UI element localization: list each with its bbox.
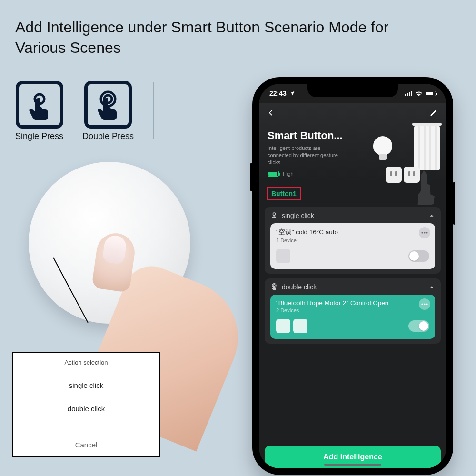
scene-toggle[interactable]	[408, 250, 429, 262]
scene-card-title: "空调" cold 16°C auto	[276, 228, 429, 237]
device-thumbnail	[293, 319, 307, 333]
press-icons-row: Single Press Double Press	[15, 81, 154, 141]
marketing-title: Add Intelligence under Smart Button Scen…	[15, 17, 425, 58]
scene-card-curtain[interactable]: "Bluetooth Rope Motor 2" Control:Open 2 …	[270, 295, 435, 339]
device-thumbnail	[276, 249, 290, 263]
single-press-block: Single Press	[15, 81, 63, 141]
scene-card-ac[interactable]: "空调" cold 16°C auto 1 Device	[270, 223, 435, 269]
scene-card-subtitle: 1 Device	[276, 238, 429, 243]
device-thumbnail	[276, 319, 290, 333]
location-icon	[289, 90, 295, 96]
more-icon	[421, 232, 428, 234]
phone-screen: 22:43 Smart Button... Intell	[259, 84, 446, 468]
wifi-icon	[415, 90, 423, 96]
back-button[interactable]	[268, 109, 274, 119]
single-press-label: Single Press	[15, 131, 63, 141]
status-time: 22:43	[269, 89, 287, 97]
scenes-list[interactable]: single click "空调" cold 16°C auto 1 Devic…	[259, 204, 446, 443]
scene-card-title: "Bluetooth Rope Motor 2" Control:Open	[276, 299, 429, 307]
action-selection-sheet: Action selection single click double cli…	[12, 352, 160, 457]
scene-toggle[interactable]	[408, 320, 429, 332]
svg-point-11	[426, 303, 427, 305]
svg-point-6	[426, 232, 427, 233]
chevron-left-icon	[268, 109, 274, 117]
cellular-icon	[405, 91, 413, 96]
home-indicator[interactable]	[324, 464, 381, 466]
single-tap-icon	[270, 212, 278, 219]
device-battery-label: High	[283, 171, 294, 177]
scene-card-more-button[interactable]	[419, 227, 430, 238]
collapse-icon[interactable]	[428, 284, 435, 290]
svg-point-5	[424, 232, 425, 233]
device-battery-icon	[268, 171, 279, 177]
section-single-click: single click "空调" cold 16°C auto 1 Devic…	[265, 207, 441, 274]
double-tap-icon	[270, 283, 278, 291]
svg-point-9	[421, 303, 423, 305]
tab-button1[interactable]: Button1	[267, 187, 301, 200]
double-press-icon	[84, 81, 132, 129]
hero-illustration	[345, 126, 440, 202]
edit-button[interactable]	[429, 109, 438, 119]
single-press-icon	[16, 81, 63, 129]
sheet-title: Action selection	[13, 353, 159, 374]
section-single-label: single click	[282, 212, 314, 219]
sheet-option-double-click[interactable]: double click	[13, 397, 159, 420]
scene-card-subtitle: 2 Devices	[276, 307, 429, 313]
curtain-icon	[414, 126, 440, 170]
phone-frame: 22:43 Smart Button... Intell	[252, 77, 453, 475]
phone-notch	[307, 84, 398, 97]
sheet-cancel-button[interactable]: Cancel	[13, 433, 159, 456]
device-subtitle: Intelligent products are connected by di…	[268, 145, 344, 166]
battery-icon	[426, 91, 436, 96]
plug-icon	[404, 167, 420, 183]
double-press-label: Double Press	[82, 131, 134, 141]
svg-point-10	[424, 303, 425, 305]
vertical-separator	[153, 82, 154, 139]
scene-card-more-button[interactable]	[419, 298, 430, 310]
section-double-click: double click "Bluetooth Rope Motor 2" Co…	[265, 278, 441, 344]
collapse-icon[interactable]	[428, 212, 435, 219]
svg-point-4	[421, 232, 423, 233]
device-hero: Smart Button... Intelligent products are…	[259, 103, 446, 182]
more-icon	[421, 303, 428, 305]
bulb-icon	[373, 136, 392, 155]
plug-icon	[386, 167, 402, 183]
sheet-option-single-click[interactable]: single click	[13, 374, 159, 397]
section-double-label: double click	[282, 283, 317, 291]
double-press-block: Double Press	[82, 81, 134, 141]
pencil-icon	[429, 109, 438, 117]
